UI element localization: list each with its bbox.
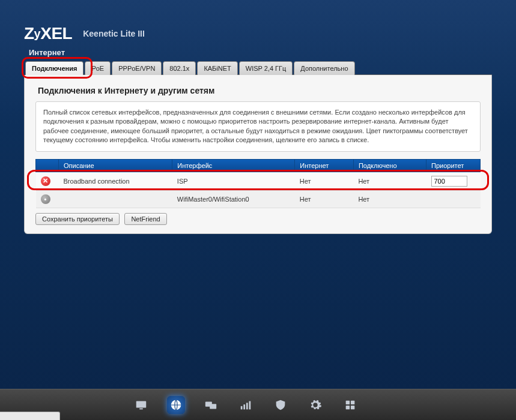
- th-conn: Подключено: [353, 159, 426, 172]
- cell-conn: Нет: [353, 172, 426, 190]
- table-row[interactable]: ✕ Broadband connection ISP Нет Нет: [36, 172, 481, 190]
- table-header-row: Описание Интерфейс Интернет Подключено П…: [36, 159, 481, 172]
- taskbar-left-pill: [0, 412, 60, 420]
- svg-rect-8: [249, 401, 251, 409]
- tab-advanced[interactable]: Дополнительно: [294, 61, 354, 75]
- svg-rect-10: [351, 400, 354, 404]
- th-desc: Описание: [59, 159, 172, 172]
- tab-pppoe-vpn[interactable]: PPPoE/VPN: [112, 61, 162, 75]
- tabs-bar: Подключения PoE PPPoE/VPN 802.1x КАБiNET…: [25, 61, 492, 75]
- tab-poe[interactable]: PoE: [85, 61, 111, 75]
- svg-rect-0: [136, 401, 147, 407]
- panel-description: Полный список сетевых интерфейсов, предн…: [35, 101, 481, 152]
- connections-table: Описание Интерфейс Интернет Подключено П…: [35, 159, 481, 208]
- netfriend-button[interactable]: NetFriend: [124, 213, 166, 225]
- tab-kabinet[interactable]: КАБiNET: [197, 61, 237, 75]
- brand-logo: ZyXEL: [24, 24, 72, 43]
- th-prio: Приоритет: [426, 159, 481, 172]
- neutral-icon: •: [41, 194, 50, 204]
- cell-iface: ISP: [172, 172, 295, 190]
- svg-rect-5: [241, 406, 243, 409]
- tab-wisp[interactable]: WISP 2,4 ГГц: [239, 61, 293, 75]
- tab-8021x[interactable]: 802.1x: [163, 61, 196, 75]
- panel: Подключения к Интернету и другим сетям П…: [24, 75, 492, 234]
- svg-rect-4: [210, 404, 216, 409]
- table-row[interactable]: • WifiMaster0/WifiStation0 Нет Нет: [36, 190, 481, 208]
- save-priorities-button[interactable]: Сохранить приоритеты: [35, 213, 120, 225]
- cell-conn: Нет: [353, 190, 426, 208]
- th-inet: Интернет: [295, 159, 354, 172]
- svg-rect-6: [243, 404, 245, 409]
- th-iface: Интерфейс: [172, 159, 295, 172]
- shield-icon[interactable]: [272, 396, 290, 414]
- cell-iface: WifiMaster0/WifiStation0: [172, 190, 295, 208]
- apps-icon[interactable]: [341, 396, 359, 414]
- svg-rect-12: [351, 405, 354, 409]
- th-status: [36, 159, 59, 172]
- cell-prio: [426, 190, 481, 208]
- svg-rect-7: [246, 403, 248, 409]
- signal-icon[interactable]: [237, 396, 255, 414]
- cell-inet: Нет: [295, 190, 354, 208]
- monitor-icon[interactable]: [132, 396, 150, 414]
- cell-inet: Нет: [295, 172, 354, 190]
- svg-rect-1: [139, 408, 143, 409]
- panel-title: Подключения к Интернету и другим сетям: [38, 86, 481, 95]
- globe-icon[interactable]: [167, 396, 185, 414]
- cell-desc: Broadband connection: [59, 172, 172, 190]
- tab-connections[interactable]: Подключения: [25, 61, 83, 75]
- svg-rect-9: [346, 400, 350, 404]
- svg-rect-11: [346, 405, 350, 409]
- bottom-taskbar: [0, 389, 516, 420]
- gear-icon[interactable]: [306, 396, 324, 414]
- error-icon: ✕: [41, 176, 50, 186]
- screens-icon[interactable]: [202, 396, 220, 414]
- cell-desc: [59, 190, 172, 208]
- product-name: Keenetic Lite III: [83, 29, 145, 38]
- section-title: Интернет: [29, 48, 492, 57]
- priority-input[interactable]: [431, 176, 467, 187]
